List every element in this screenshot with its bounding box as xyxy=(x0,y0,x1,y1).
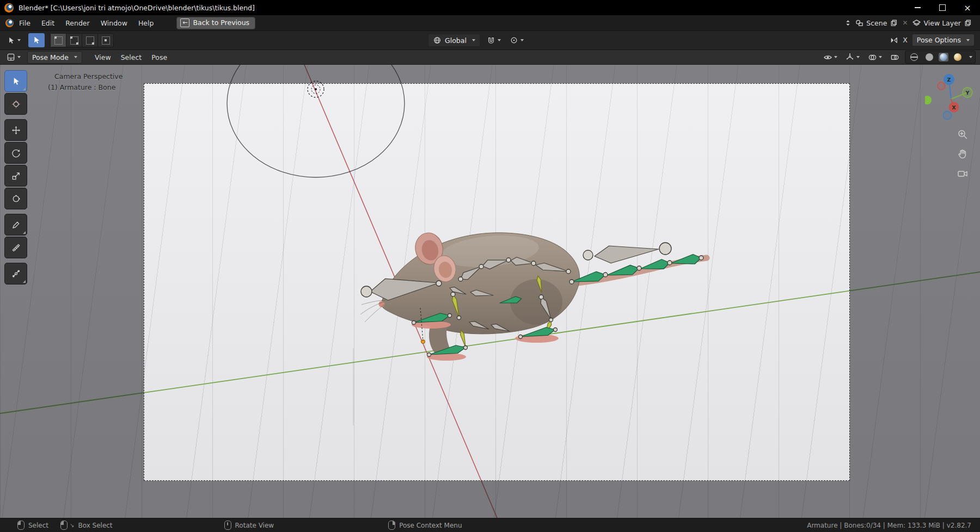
3d-viewport[interactable]: Camera Perspective (1) Armature : Bone xyxy=(0,65,980,518)
bone-joint[interactable] xyxy=(519,335,523,339)
menu-render[interactable]: Render xyxy=(60,17,95,29)
hint-context-menu-label: Pose Context Menu xyxy=(399,522,462,529)
show-gizmo-dropdown[interactable] xyxy=(843,52,862,63)
menu-help[interactable]: Help xyxy=(133,17,160,29)
tool-settings-editor-button[interactable] xyxy=(4,35,23,46)
bone-joint[interactable] xyxy=(506,258,511,262)
shading-wireframe-button[interactable] xyxy=(908,52,920,62)
bone-joint[interactable] xyxy=(603,273,608,277)
view-layer-selector[interactable]: View Layer xyxy=(912,18,973,27)
bone-joint[interactable] xyxy=(464,346,468,350)
zoom-button[interactable] xyxy=(956,128,969,141)
gizmo-z-label: Z xyxy=(947,77,951,83)
bone-joint[interactable] xyxy=(479,264,483,269)
bone-joint[interactable] xyxy=(637,266,641,270)
view-layer-name[interactable]: View Layer xyxy=(924,19,961,27)
transform-orientation-dropdown[interactable]: Global xyxy=(428,34,480,47)
gizmo-z-neg-axis[interactable] xyxy=(944,112,952,120)
bone-joint[interactable] xyxy=(427,353,431,357)
select-mode-set[interactable] xyxy=(51,34,66,47)
select-mode-subtract[interactable] xyxy=(82,34,98,47)
mouse-left-icon xyxy=(17,521,24,530)
tool-annotate[interactable] xyxy=(4,214,27,236)
3d-scene-canvas[interactable] xyxy=(0,65,980,518)
tool-select-box[interactable] xyxy=(4,70,27,92)
x-mirror-toggle[interactable]: X xyxy=(903,36,908,44)
viewport-hud: Camera Perspective (1) Armature : Bone xyxy=(54,71,122,93)
scene-selector[interactable]: Scene ✕ xyxy=(843,18,909,27)
minimize-button[interactable] xyxy=(905,0,930,15)
orientation-value: Global xyxy=(445,36,467,45)
solid-sphere-icon xyxy=(926,53,933,61)
bone-joint[interactable] xyxy=(457,316,461,320)
pose-options-dropdown[interactable]: Pose Options xyxy=(912,34,975,46)
shading-solid-button[interactable] xyxy=(923,52,935,62)
armature-bone[interactable] xyxy=(671,255,701,264)
proportional-edit-dropdown[interactable] xyxy=(507,35,526,46)
back-to-previous-button[interactable]: ← Back to Previous xyxy=(176,17,255,29)
new-scene-icon[interactable] xyxy=(890,18,898,27)
navigation-gizmo[interactable]: Z Y X xyxy=(925,73,977,125)
bone-joint[interactable] xyxy=(539,295,543,299)
bone-joint[interactable] xyxy=(569,280,574,284)
snap-dropdown[interactable] xyxy=(485,35,503,46)
bone-joint[interactable] xyxy=(458,277,463,281)
new-view-layer-icon[interactable] xyxy=(964,18,972,27)
light-object[interactable] xyxy=(227,65,405,177)
bone-joint[interactable] xyxy=(554,328,558,332)
menu-view[interactable]: View xyxy=(90,52,116,63)
tool-rotate[interactable] xyxy=(4,142,27,164)
shading-options-chevron[interactable] xyxy=(969,56,972,58)
bone-joint[interactable] xyxy=(531,261,536,265)
bone-joint[interactable] xyxy=(659,243,671,255)
menu-select[interactable]: Select xyxy=(116,52,147,63)
armature-bone[interactable] xyxy=(595,246,659,263)
overlays-dropdown[interactable] xyxy=(866,52,884,63)
bone-joint[interactable] xyxy=(448,314,452,318)
window-title: Blender* [C:\Users\joni tri atmojo\OneDr… xyxy=(19,4,255,12)
scene-name[interactable]: Scene xyxy=(866,19,887,27)
gizmo-y-neg-axis[interactable] xyxy=(925,96,932,104)
bone-joint[interactable] xyxy=(667,261,672,265)
tool-measure[interactable] xyxy=(4,237,27,258)
select-mode-intersect[interactable] xyxy=(98,34,113,47)
bone-joint[interactable] xyxy=(549,318,553,322)
blender-menu-icon[interactable] xyxy=(5,19,14,27)
camera-view-button[interactable] xyxy=(956,167,969,180)
active-tool-tweak-button[interactable] xyxy=(28,33,45,47)
tool-cursor[interactable] xyxy=(4,93,27,115)
armature-bone[interactable] xyxy=(640,259,670,269)
menu-window[interactable]: Window xyxy=(95,17,133,29)
browse-scene-icon[interactable] xyxy=(843,18,852,27)
unlink-scene-button[interactable]: ✕ xyxy=(901,19,909,27)
menu-file[interactable]: File xyxy=(14,17,36,29)
gizmo-x-neg-axis[interactable] xyxy=(938,82,945,90)
menu-pose[interactable]: Pose xyxy=(146,52,172,63)
maximize-button[interactable] xyxy=(930,0,955,15)
mode-dropdown[interactable]: Pose Mode xyxy=(27,51,82,64)
tool-scale[interactable] xyxy=(4,165,27,187)
select-mode-extend[interactable] xyxy=(66,34,82,47)
xray-toggle[interactable] xyxy=(888,52,901,63)
tool-pose-breakdowner[interactable] xyxy=(4,263,27,284)
object-visibility-dropdown[interactable] xyxy=(821,52,840,63)
object-origin[interactable] xyxy=(421,340,425,344)
tool-transform[interactable] xyxy=(4,188,27,209)
bone-joint[interactable] xyxy=(361,286,372,297)
bone-joint[interactable] xyxy=(699,256,703,260)
bone-joint[interactable] xyxy=(566,269,571,274)
shading-material-button[interactable] xyxy=(939,53,948,61)
bone-joint[interactable] xyxy=(412,321,416,325)
pan-button[interactable] xyxy=(956,147,969,160)
viewport-header-right xyxy=(821,51,980,64)
tool-move[interactable] xyxy=(4,119,27,141)
magnet-icon xyxy=(487,36,495,45)
bone-joint[interactable] xyxy=(451,292,455,296)
close-button[interactable]: × xyxy=(955,0,980,15)
bone-joint[interactable] xyxy=(436,281,442,286)
x-mirror-label: X xyxy=(903,36,908,44)
editor-type-button[interactable] xyxy=(4,52,23,63)
bone-joint[interactable] xyxy=(583,250,593,260)
menu-edit[interactable]: Edit xyxy=(36,17,60,29)
shading-rendered-button[interactable] xyxy=(952,52,964,62)
